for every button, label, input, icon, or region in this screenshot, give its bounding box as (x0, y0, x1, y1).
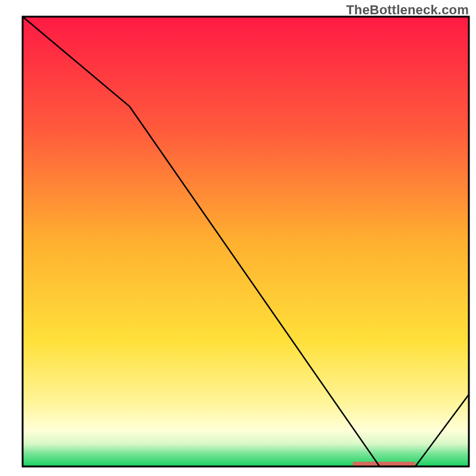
bottleneck-chart (0, 0, 476, 476)
chart-container: TheBottleneck.com (0, 0, 476, 476)
chart-background-gradient (23, 17, 469, 466)
